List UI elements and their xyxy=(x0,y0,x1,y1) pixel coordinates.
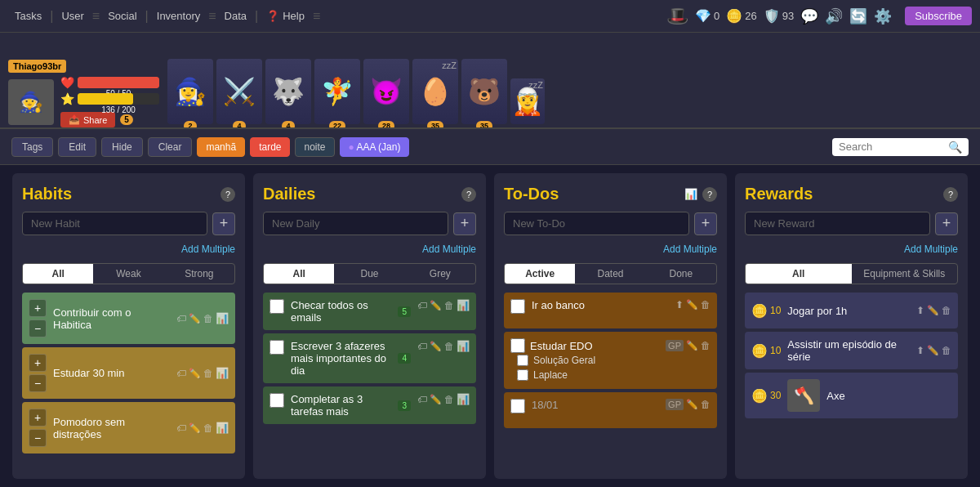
todo-2-gp-icon[interactable]: GP xyxy=(666,340,684,351)
dailies-tab-due[interactable]: Due xyxy=(334,264,404,284)
tags-button[interactable]: Tags xyxy=(11,137,53,157)
daily-3-check[interactable] xyxy=(270,393,284,408)
nav-social[interactable]: Social xyxy=(101,10,143,22)
daily-2-chart-icon[interactable]: 📊 xyxy=(457,340,470,352)
reward-1-delete-icon[interactable]: 🗑 xyxy=(942,305,951,316)
habit-3-minus[interactable]: − xyxy=(29,429,47,447)
habit-3-plus[interactable]: + xyxy=(29,409,47,427)
habit-1-tag-icon[interactable]: 🏷 xyxy=(176,313,186,324)
daily-3-edit-icon[interactable]: ✏️ xyxy=(430,394,442,405)
todos-help-icon[interactable]: ? xyxy=(702,187,717,202)
habit-2-edit-icon[interactable]: ✏️ xyxy=(189,368,201,379)
party-sprite-3[interactable]: 🐺 xyxy=(265,59,311,124)
habit-3-chart-icon[interactable]: 📊 xyxy=(216,422,229,434)
reward-1-upload-icon[interactable]: ⬆ xyxy=(916,305,924,316)
habit-1-edit-icon[interactable]: ✏️ xyxy=(189,313,201,324)
reward-2-delete-icon[interactable]: 🗑 xyxy=(942,345,951,356)
habit-1-chart-icon[interactable]: 📊 xyxy=(216,312,229,324)
nav-help[interactable]: ❓ Help xyxy=(260,10,311,22)
habits-help-icon[interactable]: ? xyxy=(220,187,235,202)
todos-tab-done[interactable]: Done xyxy=(646,264,716,284)
todo-1-delete-icon[interactable]: 🗑 xyxy=(701,299,710,311)
habit-2-tag-icon[interactable]: 🏷 xyxy=(176,368,186,379)
habits-tab-all[interactable]: All xyxy=(23,264,93,284)
night-tag[interactable]: noite xyxy=(295,137,334,157)
afternoon-tag[interactable]: tarde xyxy=(250,137,290,157)
habit-3-tag-icon[interactable]: 🏷 xyxy=(176,422,186,434)
daily-1-edit-icon[interactable]: ✏️ xyxy=(430,300,442,311)
reward-2-upload-icon[interactable]: ⬆ xyxy=(916,345,924,356)
add-todo-button[interactable]: + xyxy=(694,212,717,235)
todo-1-upload-icon[interactable]: ⬆ xyxy=(675,299,684,311)
add-habit-button[interactable]: + xyxy=(212,212,235,235)
edit-button[interactable]: Edit xyxy=(58,137,96,157)
daily-3-delete-icon[interactable]: 🗑 xyxy=(444,394,454,405)
new-todo-input[interactable] xyxy=(504,212,689,235)
todo-1-check[interactable] xyxy=(510,299,525,314)
user-avatar-icon[interactable]: 🎩 xyxy=(666,6,688,27)
rewards-add-multiple[interactable]: Add Multiple xyxy=(745,244,958,255)
daily-2-tag-icon[interactable]: 🏷 xyxy=(417,341,427,352)
habit-2-minus[interactable]: − xyxy=(29,374,47,392)
reward-2-edit-icon[interactable]: ✏️ xyxy=(927,345,939,356)
settings-icon[interactable]: ⚙️ xyxy=(874,7,892,25)
dailies-help-icon[interactable]: ? xyxy=(461,187,476,202)
party-sprite-1[interactable]: 🧙‍♀️ xyxy=(167,59,213,124)
daily-1-check[interactable] xyxy=(270,299,284,314)
todo-3-gp-icon[interactable]: GP xyxy=(666,399,684,410)
new-habit-input[interactable] xyxy=(22,212,207,235)
subscribe-button[interactable]: Subscribe xyxy=(905,7,972,25)
todo-1-edit-icon[interactable]: ✏️ xyxy=(686,299,698,311)
todos-tab-dated[interactable]: Dated xyxy=(575,264,645,284)
dailies-tab-all[interactable]: All xyxy=(264,264,334,284)
party-sprite-6[interactable]: 🥚 zzZ xyxy=(412,59,458,124)
habit-2-chart-icon[interactable]: 📊 xyxy=(216,367,229,379)
party-sprite-2[interactable]: ⚔️ xyxy=(216,59,262,124)
custom-tag[interactable]: ● AAA (Jan) xyxy=(340,137,410,157)
nav-inventory[interactable]: Inventory xyxy=(150,10,207,22)
todos-chart-icon[interactable]: 📊 xyxy=(684,188,697,200)
refresh-icon[interactable]: 🔄 xyxy=(849,7,867,25)
sub-1-check[interactable] xyxy=(517,355,528,366)
habits-tab-weak[interactable]: Weak xyxy=(93,264,163,284)
rewards-tab-equipment[interactable]: Equipment & Skills xyxy=(852,264,958,284)
sub-2-check[interactable] xyxy=(517,369,528,381)
nav-data[interactable]: Data xyxy=(218,10,253,22)
habit-1-delete-icon[interactable]: 🗑 xyxy=(203,313,213,324)
habits-add-multiple[interactable]: Add Multiple xyxy=(22,244,235,255)
habit-3-edit-icon[interactable]: ✏️ xyxy=(189,422,201,434)
add-daily-button[interactable]: + xyxy=(453,212,476,235)
party-sprite-4[interactable]: 🧚 xyxy=(314,59,360,124)
nav-user[interactable]: User xyxy=(55,10,90,22)
nav-tasks[interactable]: Tasks xyxy=(8,10,48,22)
party-sprite-5[interactable]: 😈 xyxy=(363,59,409,124)
daily-1-delete-icon[interactable]: 🗑 xyxy=(444,300,454,311)
todo-2-edit-icon[interactable]: ✏️ xyxy=(686,340,698,351)
todo-3-delete-icon[interactable]: 🗑 xyxy=(701,399,710,410)
daily-1-chart-icon[interactable]: 📊 xyxy=(457,299,470,311)
todo-3-edit-icon[interactable]: ✏️ xyxy=(686,399,698,410)
morning-tag[interactable]: manhã xyxy=(197,137,245,157)
rewards-tab-all[interactable]: All xyxy=(746,264,852,284)
hide-button[interactable]: Hide xyxy=(101,137,143,157)
daily-2-edit-icon[interactable]: ✏️ xyxy=(430,341,442,352)
todo-2-delete-icon[interactable]: 🗑 xyxy=(701,340,710,351)
habit-2-delete-icon[interactable]: 🗑 xyxy=(203,368,213,379)
new-daily-input[interactable] xyxy=(263,212,448,235)
dailies-tab-grey[interactable]: Grey xyxy=(405,264,475,284)
daily-3-chart-icon[interactable]: 📊 xyxy=(457,393,470,405)
habit-1-minus[interactable]: − xyxy=(29,319,47,337)
habit-1-plus[interactable]: + xyxy=(29,299,47,317)
daily-1-tag-icon[interactable]: 🏷 xyxy=(417,300,427,311)
rewards-help-icon[interactable]: ? xyxy=(943,187,958,202)
add-reward-button[interactable]: + xyxy=(935,212,958,235)
party-sprite-7[interactable]: 🐻 xyxy=(461,59,507,124)
daily-3-tag-icon[interactable]: 🏷 xyxy=(417,394,427,405)
reward-1-edit-icon[interactable]: ✏️ xyxy=(927,305,939,316)
search-input[interactable] xyxy=(839,141,945,153)
todos-add-multiple[interactable]: Add Multiple xyxy=(504,244,717,255)
daily-2-check[interactable] xyxy=(270,340,284,355)
todos-tab-active[interactable]: Active xyxy=(505,264,575,284)
messages-icon[interactable]: 💬 xyxy=(800,7,818,25)
search-icon[interactable]: 🔍 xyxy=(948,141,962,154)
